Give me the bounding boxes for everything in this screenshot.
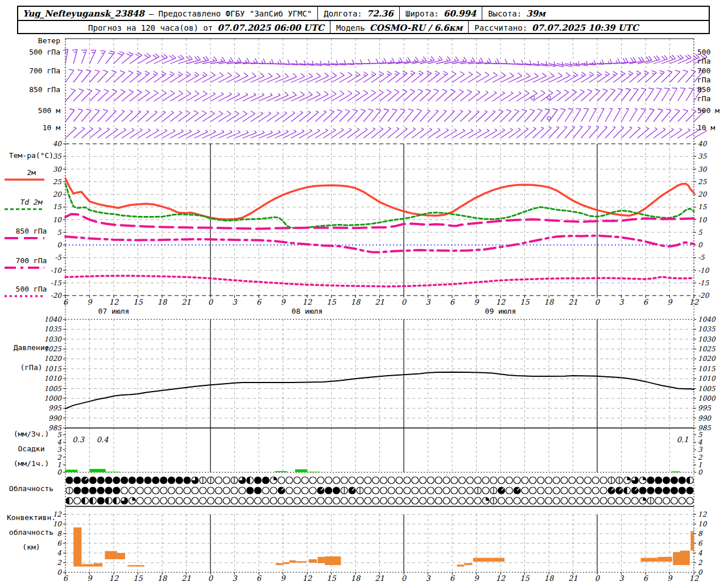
svg-text:21: 21: [568, 574, 578, 582]
svg-text:1020: 1020: [44, 355, 62, 363]
svg-text:0.1: 0.1: [677, 435, 689, 444]
latitude-label: Широта:: [406, 9, 439, 18]
cloud-panel-title: Облачность: [2, 484, 60, 493]
longitude-value: 72.36: [367, 9, 394, 19]
model-label: Модель: [336, 23, 365, 32]
svg-text:1000: 1000: [698, 394, 716, 402]
precip-units-3h: (мм/3ч.): [2, 430, 60, 439]
svg-text:25: 25: [698, 178, 708, 186]
svg-text:2: 2: [57, 559, 62, 567]
svg-text:2: 2: [698, 559, 703, 567]
svg-text:18: 18: [351, 574, 361, 582]
calc-label: Рассчитано:: [474, 23, 527, 32]
svg-text:15: 15: [698, 203, 708, 211]
svg-text:6: 6: [643, 298, 649, 306]
wind-level-label-10m: 10 м: [0, 123, 60, 132]
temp-panel-title: Тем-ра(°C): [2, 151, 60, 160]
svg-text:1040: 1040: [698, 315, 716, 323]
svg-text:12: 12: [496, 574, 506, 582]
pressure-panel-title: Давление: [2, 343, 60, 352]
svg-text:9: 9: [280, 298, 286, 306]
svg-text:9: 9: [474, 298, 479, 306]
svg-text:3: 3: [232, 298, 238, 306]
svg-text:0: 0: [595, 298, 601, 306]
svg-text:6: 6: [63, 574, 69, 582]
svg-text:6: 6: [450, 298, 456, 306]
svg-text:0: 0: [402, 574, 407, 582]
divider: [468, 21, 469, 34]
svg-text:21: 21: [375, 574, 384, 582]
wind-level-label-850hpa: 850 гПа: [0, 85, 60, 94]
forecast-label: Прогноз на 120 часа(ов) от: [88, 23, 213, 32]
svg-text:18: 18: [158, 298, 168, 306]
svg-text:12: 12: [303, 298, 312, 306]
svg-text:3: 3: [425, 574, 431, 582]
svg-text:07 июля: 07 июля: [98, 307, 130, 315]
svg-text:12: 12: [109, 298, 119, 306]
svg-text:1040: 1040: [44, 315, 62, 323]
legend-label-td2m: Td 2м: [2, 198, 60, 207]
model-value: COSMO-RU / 6.6км: [370, 23, 463, 33]
svg-text:9: 9: [667, 574, 673, 582]
svg-text:5: 5: [698, 431, 703, 439]
run-time-value: 07.07.2025 06:00 UTC: [217, 23, 324, 33]
svg-text:0: 0: [402, 298, 407, 306]
svg-text:12: 12: [109, 574, 119, 582]
svg-text:21: 21: [568, 298, 578, 306]
svg-text:15: 15: [326, 298, 336, 306]
svg-text:4: 4: [698, 549, 702, 557]
divider: [330, 21, 330, 34]
wind-level-label-500hpa-right: 500 гПа: [697, 48, 728, 66]
conv-panel-title-1: Конвективн.: [2, 513, 60, 522]
conv-panel-title-2: облачность: [2, 528, 60, 537]
svg-text:15: 15: [133, 574, 143, 582]
wind-level-label-10m-right: 10 м: [697, 123, 715, 132]
longitude-label: Долгота:: [324, 9, 362, 18]
legend-label-t850: 850 гПа: [2, 227, 60, 236]
svg-text:1000: 1000: [44, 394, 62, 402]
header-row-2: Прогноз на 120 часа(ов) от 07.07.2025 06…: [18, 21, 709, 34]
svg-text:25: 25: [53, 178, 63, 186]
svg-text:15: 15: [520, 574, 530, 582]
svg-text:18: 18: [544, 574, 555, 582]
svg-text:-10: -10: [51, 267, 63, 275]
svg-text:10: 10: [698, 520, 708, 528]
svg-text:2: 2: [698, 454, 703, 462]
wind-level-label-500m-right: 500 м: [697, 106, 719, 115]
svg-text:6: 6: [450, 574, 456, 582]
svg-text:1025: 1025: [698, 345, 716, 353]
precip-panel-title: Осадки: [2, 444, 60, 454]
svg-text:0: 0: [698, 568, 703, 576]
svg-text:35: 35: [698, 152, 708, 160]
wind-level-label-850hpa-right: 850 гПа: [697, 85, 728, 103]
chart-graphics: -20-20-15-15-10-10-5-5005510101515202025…: [5, 39, 716, 582]
meteogram: -20-20-15-15-10-10-5-5005510101515202025…: [0, 0, 728, 582]
wind-level-label-500hpa: 500 гПа: [0, 48, 60, 57]
svg-text:1030: 1030: [44, 335, 62, 343]
svg-text:0.4: 0.4: [97, 435, 109, 444]
svg-text:1015: 1015: [698, 365, 716, 373]
svg-text:0: 0: [595, 574, 601, 582]
svg-text:12: 12: [698, 510, 708, 518]
svg-text:18: 18: [544, 298, 555, 306]
svg-text:0: 0: [57, 568, 62, 576]
latitude-value: 60.994: [444, 9, 476, 19]
header-box: Yug_Nefteyugansk_23848 — Предоставлено Ф…: [17, 6, 710, 34]
svg-text:18: 18: [158, 574, 168, 582]
svg-text:995: 995: [48, 404, 62, 412]
chart-canvas: -20-20-15-15-10-10-5-5005510101515202025…: [0, 0, 728, 582]
pressure-panel-units: (гПа): [2, 363, 60, 372]
svg-text:3: 3: [698, 446, 703, 454]
wind-level-label-700hpa-right: 700 гПа: [697, 66, 728, 85]
svg-text:1035: 1035: [44, 325, 62, 333]
svg-text:1005: 1005: [698, 385, 716, 393]
svg-text:9: 9: [87, 574, 93, 582]
precip-units-1h: (мм/1ч.): [2, 459, 60, 468]
svg-text:12: 12: [689, 298, 699, 306]
header-row-1: Yug_Nefteyugansk_23848 — Предоставлено Ф…: [18, 7, 709, 21]
svg-text:08 июля: 08 июля: [292, 307, 323, 315]
svg-text:0: 0: [57, 241, 62, 249]
svg-text:10: 10: [53, 216, 63, 224]
wind-panel-title: Ветер: [0, 36, 60, 45]
svg-text:9: 9: [280, 574, 286, 582]
